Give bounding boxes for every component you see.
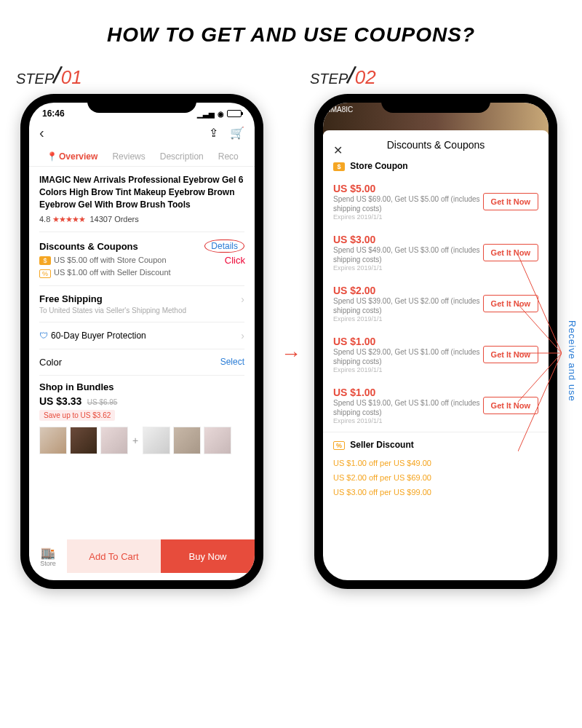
phone-frame-2: IMA8IC ✕ Discounts & Coupons $ Store Cou… — [314, 94, 557, 589]
phone-notch — [87, 94, 196, 113]
arrow-right-icon: → — [281, 342, 301, 365]
bundle-price: US $3.33 — [39, 395, 81, 407]
bundle-thumb[interactable] — [143, 427, 170, 454]
shipping-section[interactable]: Free Shipping › To United States via Sel… — [39, 285, 244, 322]
discounts-title: Discounts & Coupons — [39, 241, 138, 252]
get-it-now-button[interactable]: Get It Now — [483, 346, 538, 363]
color-label: Color — [39, 357, 62, 368]
bundle-thumb[interactable] — [70, 427, 97, 454]
buyer-protection-text: 60-Day Buyer Protection — [51, 331, 146, 341]
coupon-amount: US $1.00 — [333, 387, 483, 398]
coupon-desc: Spend US $39.00, Get US $2.00 off (inclu… — [333, 296, 483, 315]
stars-icon: ★★★★★ — [52, 215, 85, 223]
coupon-amount: US $2.00 — [333, 285, 483, 296]
discounts-section[interactable]: Discounts & Coupons Details Click $US $5… — [39, 232, 244, 285]
battery-icon — [227, 110, 242, 117]
step-2-column: STEP / 02 IMA8IC ✕ Discounts & Coupons $… — [314, 61, 562, 589]
clock: 16:46 — [42, 108, 65, 119]
product-tabs: 📍Overview Reviews Description Reco — [29, 147, 255, 167]
cart-icon[interactable]: 🛒 — [230, 126, 244, 140]
details-link[interactable]: Details Click — [204, 240, 244, 253]
step-number: 01 — [61, 66, 82, 89]
coupon-desc: Spend US $69.00, Get US $5.00 off (inclu… — [333, 194, 483, 213]
modal-title: Discounts & Coupons — [323, 130, 549, 158]
coupon-amount: US $3.00 — [333, 234, 483, 245]
get-it-now-button[interactable]: Get It Now — [483, 295, 538, 312]
close-icon[interactable]: ✕ — [333, 143, 343, 157]
coupon-row: US $5.00Spend US $69.00, Get US $5.00 of… — [323, 177, 549, 228]
coupon-badge-icon: $ — [333, 162, 345, 171]
bundle-thumb[interactable] — [39, 427, 67, 454]
bundles-section: Shop in Bundles US $3.33 US $6.95 Save u… — [39, 375, 244, 462]
discount-line-1: US $5.00 off with Store Coupon — [54, 256, 167, 264]
tab-description[interactable]: Description — [153, 147, 211, 166]
step-1-column: STEP / 01 16:46 ▁▃▅ ◉ ‹ ⇪ — [20, 61, 268, 589]
coupon-row: US $3.00Spend US $49.00, Get US $3.00 of… — [323, 228, 549, 279]
top-bar: ‹ ⇪ 🛒 — [29, 120, 255, 147]
rating-row: 4.8 ★★★★★ 14307 Orders — [39, 215, 244, 224]
wifi-icon: ◉ — [218, 110, 224, 118]
bundle-thumb[interactable] — [173, 427, 201, 454]
orders-count: 14307 Orders — [89, 215, 138, 223]
plus-icon: + — [132, 435, 138, 446]
coupon-row: US $2.00Spend US $39.00, Get US $2.00 of… — [323, 279, 549, 330]
phone-frame-1: 16:46 ▁▃▅ ◉ ‹ ⇪ 🛒 📍Overview — [20, 94, 263, 589]
bundle-old-price: US $6.95 — [87, 398, 118, 406]
page-title: HOW TO GET AND USE COUPONS? — [0, 0, 582, 61]
seller-discount-line: US $1.00 off per US $49.00 — [323, 456, 549, 470]
color-section[interactable]: Color Select — [39, 349, 244, 375]
signal-icon: ▁▃▅ — [197, 110, 215, 118]
select-link[interactable]: Select — [220, 357, 244, 367]
buyer-protection-section[interactable]: 🛡60-Day Buyer Protection › — [39, 322, 244, 349]
step-1-label: STEP / 01 — [16, 61, 268, 90]
bundle-thumb[interactable] — [100, 427, 128, 454]
coupon-expiry: Expires 2019/1/1 — [333, 366, 483, 373]
coupon-desc: Spend US $19.00, Get US $1.00 off (inclu… — [333, 398, 483, 417]
brand-logo: IMA8IC — [329, 106, 353, 114]
chevron-right-icon: › — [241, 293, 244, 305]
store-button[interactable]: 🏬 Store — [29, 539, 67, 573]
bundle-save-badge: Save up to US $3.62 — [39, 410, 115, 421]
phone-notch — [381, 94, 490, 113]
bundles-title: Shop in Bundles — [39, 381, 244, 392]
rating-value: 4.8 — [39, 215, 50, 223]
pin-icon: 📍 — [47, 151, 57, 162]
phone-screen-2: IMA8IC ✕ Discounts & Coupons $ Store Cou… — [323, 103, 549, 580]
tab-reviews[interactable]: Reviews — [105, 147, 152, 166]
back-button[interactable]: ‹ — [39, 124, 44, 141]
step-2-label: STEP / 02 — [310, 61, 562, 90]
get-it-now-button[interactable]: Get It Now — [483, 397, 538, 414]
add-to-cart-button[interactable]: Add To Cart — [67, 539, 161, 573]
bundle-thumb[interactable] — [204, 427, 231, 454]
coupon-expiry: Expires 2019/1/1 — [333, 315, 483, 323]
free-shipping-title: Free Shipping — [39, 293, 103, 304]
get-it-now-button[interactable]: Get It Now — [483, 244, 538, 261]
tab-reco[interactable]: Reco — [211, 147, 246, 166]
seller-discount-line: US $3.00 off per US $99.00 — [323, 485, 549, 499]
seller-discount-line: US $2.00 off per US $69.00 — [323, 470, 549, 485]
buy-now-button[interactable]: Buy Now — [161, 539, 255, 573]
percent-badge-icon: % — [39, 269, 51, 278]
shield-icon: 🛡 — [39, 331, 48, 341]
share-icon[interactable]: ⇪ — [209, 126, 218, 140]
side-label: Receive and use — [567, 320, 578, 402]
chevron-right-icon: › — [241, 330, 244, 341]
store-icon: 🏬 — [41, 546, 55, 560]
coupon-expiry: Expires 2019/1/1 — [333, 264, 483, 272]
step-text: STEP — [16, 71, 54, 87]
coupon-expiry: Expires 2019/1/1 — [333, 213, 483, 221]
coupon-desc: Spend US $29.00, Get US $1.00 off (inclu… — [333, 347, 483, 366]
coupon-badge-icon: $ — [39, 256, 51, 265]
percent-badge-icon: % — [333, 441, 345, 450]
step-text: STEP — [310, 71, 348, 87]
phone-screen-1: 16:46 ▁▃▅ ◉ ‹ ⇪ 🛒 📍Overview — [29, 103, 255, 580]
coupon-row: US $1.00Spend US $29.00, Get US $1.00 of… — [323, 330, 549, 381]
coupon-row: US $1.00Spend US $19.00, Get US $1.00 of… — [323, 381, 549, 432]
coupon-expiry: Expires 2019/1/1 — [333, 417, 483, 424]
seller-discount-header: % Seller Discount — [323, 432, 549, 456]
discount-line-2: US $1.00 off with Seller Discount — [54, 268, 171, 277]
click-callout: Click — [225, 255, 245, 266]
tab-overview[interactable]: 📍Overview — [39, 147, 105, 166]
get-it-now-button[interactable]: Get It Now — [483, 193, 538, 210]
bottom-bar: 🏬 Store Add To Cart Buy Now — [29, 539, 255, 573]
